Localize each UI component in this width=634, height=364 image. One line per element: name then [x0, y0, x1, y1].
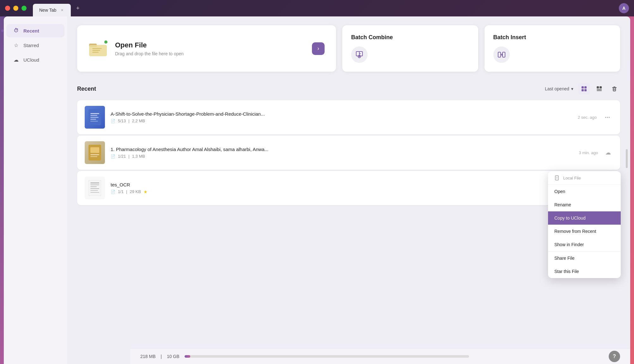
- batch-combine-card[interactable]: Batch Combine: [342, 25, 478, 72]
- storage-bar-fill: [185, 355, 190, 358]
- file-size: 29 KB: [130, 189, 141, 194]
- sidebar-item-ucloud[interactable]: ☁ UCloud: [6, 53, 64, 66]
- svg-rect-20: [584, 89, 587, 91]
- thumb-placeholder: [85, 141, 105, 164]
- ucloud-icon: ☁: [13, 56, 20, 63]
- recent-title: Recent: [77, 86, 96, 92]
- storage-bar: [185, 355, 469, 358]
- svg-rect-22: [600, 86, 602, 88]
- list-view-button[interactable]: [594, 83, 605, 94]
- remove-from-recent-label: Remove from Recent: [554, 229, 596, 234]
- scroll-track[interactable]: [626, 149, 628, 168]
- file-time: 2 sec. ago: [578, 115, 597, 120]
- svg-rect-5: [92, 52, 99, 53]
- sort-dropdown[interactable]: Last opened ▾: [545, 86, 573, 91]
- svg-rect-4: [92, 50, 100, 51]
- svg-rect-38: [90, 154, 99, 155]
- batch-insert-card[interactable]: Batch Insert: [485, 25, 620, 72]
- storage-used: 218 MB: [140, 354, 155, 359]
- file-more-button[interactable]: ···: [602, 112, 613, 122]
- file-item: A-Shift-to-Solve-the-Physician-Shortage-…: [77, 100, 620, 134]
- storage-total: 10 GB: [167, 354, 180, 359]
- context-menu-item-remove-from-recent[interactable]: Remove from Recent: [548, 225, 621, 238]
- svg-rect-21: [597, 86, 599, 88]
- minimize-button[interactable]: [13, 6, 18, 11]
- recent-section: Recent Last opened ▾: [77, 83, 620, 205]
- batch-combine-icon: [351, 46, 368, 63]
- local-file-icon: [554, 175, 560, 181]
- tab-close-button[interactable]: ✕: [59, 8, 64, 13]
- sidebar-item-label-recent: Recent: [23, 28, 39, 33]
- new-tab-button[interactable]: +: [73, 4, 82, 13]
- file-cloud-icon: ☁: [604, 148, 613, 157]
- context-menu-item-share-file[interactable]: Share File: [548, 252, 621, 265]
- file-name: 1. Pharmacology of Anesthesia Author Ama…: [111, 147, 573, 152]
- avatar[interactable]: A: [619, 3, 629, 13]
- grid-view-button[interactable]: [578, 83, 590, 94]
- svg-rect-45: [90, 190, 98, 191]
- open-file-title: Open File: [115, 41, 184, 49]
- svg-rect-17: [582, 86, 584, 88]
- context-menu: Local File Open Rename Copy to UCloud Re…: [548, 171, 621, 278]
- close-button[interactable]: [5, 6, 10, 11]
- grid-icon: [581, 86, 587, 92]
- svg-rect-40: [88, 180, 101, 196]
- share-file-label: Share File: [554, 256, 575, 261]
- context-menu-item-open[interactable]: Open: [548, 185, 621, 198]
- top-cards: Open File Drag and drop the file here to…: [77, 25, 620, 72]
- sidebar-item-label-ucloud: UCloud: [23, 57, 39, 63]
- svg-rect-41: [90, 183, 99, 183]
- title-bar: New Tab ✕ + A: [0, 0, 634, 16]
- trash-button[interactable]: [609, 83, 620, 94]
- sidebar-item-starred[interactable]: ☆ Starred: [6, 39, 64, 52]
- view-icons: [578, 83, 620, 94]
- batch-insert-icon: [493, 46, 510, 63]
- open-label: Open: [554, 189, 565, 194]
- svg-rect-3: [92, 48, 102, 49]
- svg-rect-24: [597, 90, 602, 91]
- sidebar-item-recent[interactable]: ⏱ Recent: [6, 24, 64, 37]
- open-file-card[interactable]: Open File Drag and drop the file here to…: [77, 25, 336, 72]
- bottom-bar: 218 MB | 10 GB ?: [130, 348, 630, 364]
- list-icon: [596, 86, 602, 92]
- file-info: A-Shift-to-Solve-the-Physician-Shortage-…: [111, 111, 572, 123]
- file-thumbnail: [85, 141, 105, 164]
- folder-icon-wrap: [88, 40, 107, 57]
- star-badge-icon: ★: [143, 189, 148, 194]
- batch-combine-title: Batch Combine: [351, 34, 393, 41]
- svg-rect-44: [90, 188, 99, 189]
- svg-rect-31: [90, 113, 99, 114]
- tab-title: New Tab: [39, 8, 56, 13]
- file-thumbnail: [85, 177, 105, 199]
- file-meta: 📄 1/1 | 29 KB ★: [111, 189, 576, 194]
- file-item: tes_OCR 📄 1/1 | 29 KB ★ 1 hr. ago ☁: [77, 171, 620, 205]
- file-meta: 📄 1/21 | 1,3 MB: [111, 154, 573, 159]
- context-menu-item-star-this-file[interactable]: Star this File: [548, 265, 621, 278]
- sidebar: ⏱ Recent ☆ Starred ☁ UCloud: [4, 16, 67, 364]
- maximize-button[interactable]: [21, 6, 27, 11]
- file-pages: 1/21: [118, 154, 126, 159]
- file-size: 1,3 MB: [132, 154, 145, 159]
- file-pages: 5/13: [118, 118, 126, 123]
- tab-new-tab[interactable]: New Tab ✕: [33, 4, 71, 16]
- file-info: tes_OCR 📄 1/1 | 29 KB ★: [111, 182, 576, 194]
- file-name: A-Shift-to-Solve-the-Physician-Shortage-…: [111, 111, 572, 117]
- context-menu-item-show-in-finder[interactable]: Show in Finder: [548, 238, 621, 251]
- file-list: A-Shift-to-Solve-the-Physician-Shortage-…: [77, 100, 620, 205]
- batch-insert-svg: [497, 50, 506, 59]
- open-file-arrow-button[interactable]: ›: [312, 42, 325, 55]
- storage-separator: |: [161, 354, 162, 359]
- help-button[interactable]: ?: [609, 351, 620, 362]
- page-icon: 📄: [111, 190, 115, 194]
- open-file-text: Open File Drag and drop the file here to…: [115, 41, 184, 56]
- context-menu-item-rename[interactable]: Rename: [548, 198, 621, 211]
- svg-rect-33: [90, 117, 99, 118]
- svg-rect-47: [555, 176, 558, 180]
- traffic-lights: [5, 6, 27, 11]
- context-menu-header: Local File: [548, 171, 621, 185]
- copy-to-ucloud-label: Copy to UCloud: [554, 215, 586, 221]
- svg-rect-46: [90, 192, 99, 193]
- file-pages: 1/1: [118, 189, 124, 194]
- context-menu-item-copy-to-ucloud[interactable]: Copy to UCloud: [548, 211, 621, 225]
- folder-status-dot: [104, 40, 107, 44]
